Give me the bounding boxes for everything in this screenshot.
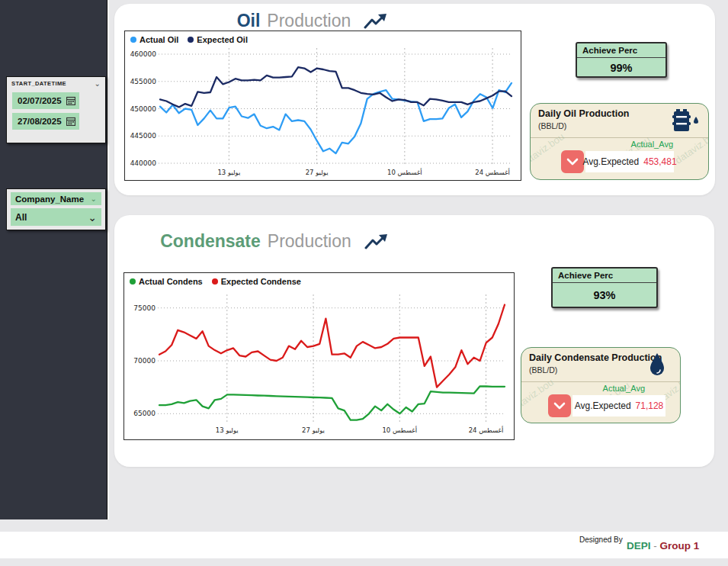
svg-text:455000: 455000 (130, 78, 157, 85)
water-drop-icon (648, 352, 666, 376)
trend-up-icon (364, 13, 388, 31)
company-name-header[interactable]: Company_Name ⌄ (11, 192, 101, 205)
oil-achieve-card: Achieve Perc 99% (576, 42, 667, 78)
condensate-title: Condensate Production (145, 230, 404, 252)
oil-expected-strip: Avg.Expected 453,481 (585, 151, 674, 172)
oil-achieve-label: Achieve Perc (577, 43, 665, 58)
condensate-achieve-label: Achieve Perc (553, 269, 656, 283)
chevron-down-icon: ⌄ (88, 215, 97, 220)
date-to-value: 27/08/2025 (18, 117, 62, 126)
condensate-production-card: Condensate Production Actual Condens Exp… (114, 215, 714, 467)
sidebar: START_DATETIME ⌄ 02/07/2025 27/08/2025 C… (0, 0, 107, 519)
condensate-daily-title: Daily Condensate Production (529, 352, 662, 363)
condensate-daily-card: Daily Condensate Production (BBL/D) data… (521, 347, 681, 423)
company-filter: Company_Name ⌄ All ⌄ (6, 188, 106, 230)
oil-daily-unit: (BBL/D) (538, 121, 566, 130)
calendar-icon (66, 117, 75, 126)
oil-line-chart[interactable]: 44000044500045000045500046000013 يوليو27… (125, 31, 519, 178)
svg-text:460000: 460000 (130, 50, 157, 58)
oil-title-bold: Oil (237, 11, 261, 31)
date-from-input[interactable]: 02/07/2025 (12, 92, 79, 109)
svg-text:65000: 65000 (133, 410, 156, 417)
down-chevron-indicator (548, 394, 571, 417)
oil-title-rest: Production (267, 11, 351, 31)
chevron-down-icon[interactable]: ⌄ (95, 82, 101, 86)
trend-up-icon (364, 233, 389, 252)
oil-chart[interactable]: Actual Oil Expected Oil 4400004450004500… (124, 31, 521, 181)
svg-text:24 أغسطس: 24 أغسطس (475, 168, 510, 176)
footer-bar: Designed By DEPI - Group 1 (0, 532, 728, 558)
condensate-expected-label: Avg.Expected (575, 400, 631, 411)
svg-text:24 أغسطس: 24 أغسطس (469, 426, 504, 434)
svg-text:13 يوليو: 13 يوليو (216, 426, 239, 434)
condensate-achieve-card: Achieve Perc 93% (551, 267, 658, 308)
date-to-input[interactable]: 27/08/2025 (12, 113, 79, 130)
oil-expected-value: 453,481 (643, 156, 676, 167)
condensate-expected-strip: Avg.Expected 71,128 (572, 395, 665, 416)
brand-depi: DEPI (627, 540, 651, 552)
oil-daily-title: Daily Oil Production (538, 108, 629, 119)
oil-title: Oil Production (183, 10, 442, 31)
start-datetime-label: START_DATETIME (11, 80, 66, 87)
condensate-title-rest: Production (268, 231, 351, 252)
condensate-line-chart[interactable]: 65000700007500013 يوليو27 يوليو10 أغسطس2… (124, 273, 512, 438)
brand-row: DEPI - Group 1 (627, 540, 699, 552)
svg-text:450000: 450000 (130, 105, 157, 113)
svg-text:445000: 445000 (130, 132, 157, 140)
down-chevron-indicator (561, 150, 584, 173)
company-filter-label: Company_Name (15, 195, 84, 204)
oil-achieve-value: 99% (577, 58, 665, 74)
condensate-chart[interactable]: Actual Condens Expected Condense 6500070… (123, 272, 515, 440)
oil-daily-card: Daily Oil Production (BBL/D) dataviz.bou… (530, 103, 709, 180)
calendar-icon (66, 96, 75, 105)
svg-text:10 أغسطس: 10 أغسطس (387, 168, 422, 176)
svg-text:440000: 440000 (130, 159, 157, 167)
chevron-down-icon: ⌄ (91, 197, 97, 201)
date-from-value: 02/07/2025 (18, 96, 62, 105)
company-selected-value: All (15, 212, 27, 223)
condensate-expected-value: 71,128 (636, 400, 664, 411)
svg-text:27 يوليو: 27 يوليو (306, 169, 329, 176)
condensate-daily-unit: (BBL/D) (529, 365, 557, 375)
brand-group: Group 1 (660, 540, 700, 552)
oil-barrel-icon (670, 108, 702, 133)
svg-text:10 أغسطس: 10 أغسطس (382, 426, 417, 434)
condensate-actual-avg-label: Actual_Avg (603, 384, 645, 393)
svg-text:27 يوليو: 27 يوليو (302, 426, 325, 434)
svg-text:70000: 70000 (133, 357, 156, 365)
designed-by-label: Designed By (579, 535, 623, 544)
svg-text:75000: 75000 (133, 304, 156, 312)
dashboard-root: START_DATETIME ⌄ 02/07/2025 27/08/2025 C… (0, 0, 728, 566)
brand-separator: - (653, 540, 657, 552)
company-select[interactable]: All ⌄ (11, 208, 101, 226)
svg-text:13 يوليو: 13 يوليو (217, 169, 240, 176)
oil-production-card: Oil Production Actual Oil Expected Oil 4… (114, 4, 715, 195)
condensate-achieve-value: 93% (553, 283, 656, 301)
oil-expected-label: Avg.Expected (582, 156, 639, 167)
condensate-title-bold: Condensate (160, 231, 261, 252)
start-datetime-filter: START_DATETIME ⌄ 02/07/2025 27/08/2025 (6, 76, 106, 143)
